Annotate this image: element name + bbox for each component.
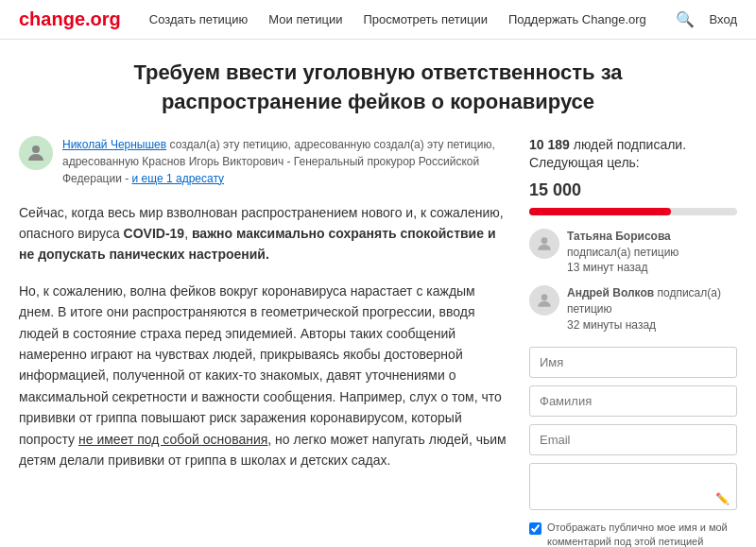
right-column: 10 189 людей подписали. Следующая цель: …	[529, 136, 737, 547]
author-block: Николай Чернышев создал(а) эту петицию, …	[19, 136, 507, 187]
svg-point-0	[32, 145, 40, 153]
body-paragraph-1: Сейчас, когда весь мир взволнован распро…	[19, 202, 507, 265]
signer-name-1: Татьяна Борисова	[567, 230, 671, 243]
site-logo[interactable]: change.org	[19, 9, 121, 30]
login-button[interactable]: Вход	[710, 12, 737, 26]
signer-action-label-1: подписал(а) петицию	[567, 246, 679, 259]
body-p1-text: Сейчас, когда весь мир взволнован распро…	[19, 205, 504, 263]
public-checkbox[interactable]	[529, 522, 541, 535]
main-content: Требуем ввести уголовную ответственность…	[0, 40, 756, 547]
edit-icon: ✏️	[715, 492, 730, 505]
nav-create-petition[interactable]: Создать петицию	[149, 12, 249, 26]
main-nav: Создать петицию Мои петиции Просмотреть …	[149, 12, 676, 26]
signer-text-1: Татьяна Борисова подписал(а) петицию 13 …	[567, 229, 737, 276]
nav-view-petitions[interactable]: Просмотреть петиции	[363, 12, 488, 26]
content-row: Николай Чернышев создал(а) эту петицию, …	[19, 136, 737, 547]
signatures-goal: 15 000	[529, 180, 737, 200]
body-paragraph-2: Но, к сожалению, волна фейков вокруг кор…	[19, 281, 507, 471]
sign-form: ✏️ Отображать публично мое имя и мой ком…	[529, 347, 737, 547]
svg-point-2	[541, 295, 548, 301]
signer-name-2: Андрей Волков	[567, 286, 654, 299]
last-name-input[interactable]	[529, 385, 737, 417]
petition-title: Требуем ввести уголовную ответственность…	[19, 59, 737, 117]
signer-text-2: Андрей Волков подписал(а) петицию 32 мин…	[567, 285, 737, 333]
author-avatar	[19, 136, 53, 170]
nav-support[interactable]: Поддержать Change.org	[508, 12, 646, 26]
header-right: 🔍 Вход	[676, 10, 737, 28]
first-name-input[interactable]	[529, 347, 737, 378]
signer-item-1: Татьяна Борисова подписал(а) петицию 13 …	[529, 229, 737, 276]
signer-time-1: 13 минут назад	[567, 261, 647, 274]
svg-point-1	[541, 237, 548, 244]
author-info: Николай Чернышев создал(а) эту петицию, …	[62, 136, 507, 187]
comment-textarea[interactable]	[529, 463, 737, 510]
progress-bar-container	[529, 208, 737, 215]
body-p2-underline: не имеет под собой основания	[78, 432, 267, 447]
author-name-link[interactable]: Николай Чернышев	[62, 138, 166, 151]
search-icon[interactable]: 🔍	[676, 10, 695, 28]
nav-my-petitions[interactable]: Мои петиции	[268, 12, 342, 26]
signatures-count: 10 189 людей подписали. Следующая цель:	[529, 136, 737, 173]
signer-avatar-1	[529, 229, 559, 259]
checkbox-row: Отображать публично мое имя и мой коммен…	[529, 521, 737, 547]
progress-bar-fill	[529, 208, 671, 215]
petition-body: Сейчас, когда весь мир взволнован распро…	[19, 202, 507, 471]
checkbox-label: Отображать публично мое имя и мой коммен…	[547, 521, 737, 547]
signer-avatar-2	[529, 285, 559, 316]
extra-addressee-link[interactable]: и еще 1 адресату	[132, 172, 225, 185]
signer-item-2: Андрей Волков подписал(а) петицию 32 мин…	[529, 285, 737, 333]
comment-wrapper: ✏️	[529, 463, 737, 513]
site-header: change.org Создать петицию Мои петиции П…	[0, 0, 756, 40]
email-input[interactable]	[529, 424, 737, 455]
body-p2-text: Но, к сожалению, волна фейков вокруг кор…	[19, 283, 502, 447]
count-number: 10 189	[529, 137, 570, 152]
signer-time-2: 32 минуты назад	[567, 318, 656, 332]
left-column: Николай Чернышев создал(а) эту петицию, …	[19, 136, 507, 547]
